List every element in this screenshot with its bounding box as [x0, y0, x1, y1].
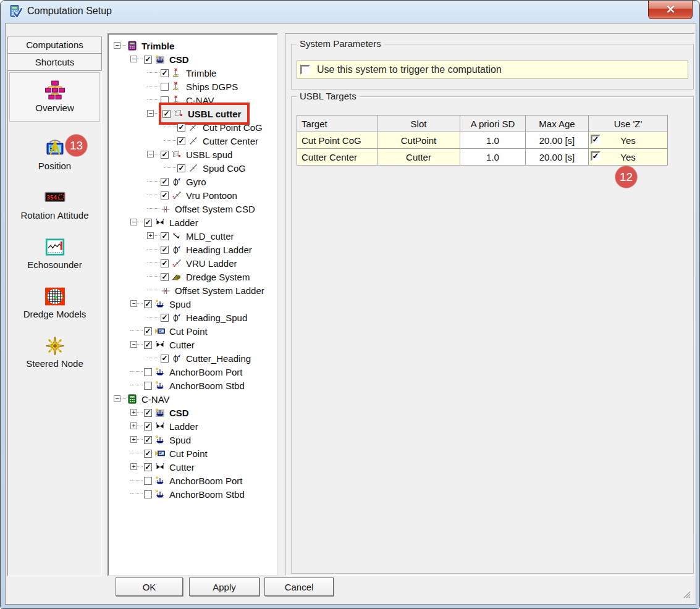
- collapse-toggle-icon[interactable]: −: [130, 341, 137, 348]
- sidebar-item-rotation-attitude[interactable]: 354..Rotation Attitude: [8, 187, 101, 220]
- tree-checkbox[interactable]: ✓: [161, 232, 169, 240]
- use-z-checkbox[interactable]: ✓: [591, 151, 601, 161]
- collapse-toggle-icon[interactable]: −: [130, 300, 137, 307]
- tree-checkbox[interactable]: ✓: [177, 137, 185, 145]
- tree-node-csd[interactable]: −✓CSD: [109, 52, 277, 66]
- expand-toggle-icon[interactable]: +: [130, 463, 137, 470]
- tree-checkbox[interactable]: ✓: [144, 56, 152, 64]
- tree-node-vru-pontoon[interactable]: ✓Vru Pontoon: [109, 188, 277, 202]
- column-header-use-z[interactable]: Use 'Z': [589, 116, 668, 132]
- tree-checkbox[interactable]: ✓: [144, 409, 152, 417]
- tree-node-anchorboom-stbd[interactable]: AnchorBoom Stbd: [109, 487, 277, 501]
- tree-checkbox[interactable]: ✓: [161, 178, 169, 186]
- tab-computations[interactable]: Computations: [7, 36, 102, 54]
- tree-node-cut-point[interactable]: ✓Cut Point: [109, 447, 277, 460]
- use-z-checkbox[interactable]: ✓: [591, 135, 601, 145]
- tree-checkbox[interactable]: ✓: [144, 300, 152, 308]
- column-header-max-age[interactable]: Max Age: [526, 116, 589, 132]
- a-priori-sd-cell[interactable]: 1.0: [460, 149, 526, 166]
- tree-node-usbl-cutter[interactable]: −✓USBL cutter: [109, 107, 277, 120]
- target-row-cut-point-cog[interactable]: Cut Point CoGCutPoint1.020.00 [s]✓Yes: [297, 132, 668, 149]
- max-age-cell[interactable]: 20.00 [s]: [526, 149, 589, 166]
- tree-checkbox[interactable]: ✓: [161, 246, 169, 254]
- tree-checkbox[interactable]: ✓: [161, 191, 169, 200]
- tree-checkbox[interactable]: [161, 83, 169, 91]
- expand-toggle-icon[interactable]: +: [130, 409, 137, 416]
- close-button[interactable]: [648, 1, 693, 19]
- sidebar-item-dredge-models[interactable]: Dredge Models: [8, 286, 101, 319]
- tree-checkbox[interactable]: ✓: [161, 69, 169, 77]
- cancel-button[interactable]: Cancel: [264, 578, 334, 596]
- tree-node-cut-point[interactable]: ✓Cut Point: [109, 324, 277, 338]
- sidebar-item-position[interactable]: Position13: [8, 138, 101, 171]
- apply-button[interactable]: Apply: [189, 578, 259, 596]
- tree-node-ladder[interactable]: +✓Ladder: [109, 419, 277, 433]
- tree-checkbox[interactable]: ✓: [161, 151, 169, 159]
- column-header-a-priori-sd[interactable]: A priori SD: [460, 116, 526, 132]
- tree-node-usbl-spud[interactable]: −✓USBL spud: [109, 148, 277, 161]
- resize-grip-icon[interactable]: [681, 589, 691, 599]
- tree-checkbox[interactable]: [144, 382, 152, 390]
- tree-checkbox[interactable]: ✓: [161, 259, 169, 267]
- tree-checkbox[interactable]: ✓: [161, 355, 169, 363]
- sidebar-item-echosounder[interactable]: Echosounder: [8, 237, 101, 270]
- collapse-toggle-icon[interactable]: −: [114, 42, 120, 49]
- tab-shortcuts[interactable]: Shortcuts: [7, 53, 102, 71]
- tree-checkbox[interactable]: ✓: [162, 110, 171, 118]
- tree-checkbox[interactable]: [144, 477, 152, 485]
- sidebar-item-overview[interactable]: Overview: [9, 72, 100, 122]
- column-header-target[interactable]: Target: [297, 116, 377, 132]
- tree-node-anchorboom-stbd[interactable]: AnchorBoom Stbd: [109, 379, 277, 392]
- max-age-cell[interactable]: 20.00 [s]: [526, 132, 589, 149]
- tree-checkbox[interactable]: ✓: [177, 164, 185, 172]
- tree-node-offset-system-csd[interactable]: Offset System CSD: [109, 202, 277, 216]
- tree-node-spud[interactable]: +✓Spud: [109, 433, 277, 447]
- expand-toggle-icon[interactable]: +: [147, 232, 154, 239]
- sidebar-item-steered-node[interactable]: Steered Node: [8, 335, 101, 369]
- titlebar[interactable]: Computation Setup: [1, 1, 699, 23]
- tree-node-trimble[interactable]: −Trimble: [109, 39, 277, 52]
- tree-node-csd[interactable]: +✓CSD: [109, 406, 277, 419]
- column-header-slot[interactable]: Slot: [377, 116, 460, 132]
- tree-node-vru-ladder[interactable]: ✓VRU Ladder: [109, 256, 277, 270]
- tree-node-ladder[interactable]: −✓Ladder: [109, 216, 277, 229]
- tree-node-gyro[interactable]: ✓Gyro: [109, 175, 277, 188]
- usbl-targets-table[interactable]: TargetSlotA priori SDMax AgeUse 'Z'Cut P…: [297, 115, 668, 166]
- ok-button[interactable]: OK: [116, 578, 183, 596]
- tree-node-ships-dgps[interactable]: Ships DGPS: [109, 80, 277, 93]
- tree-node-anchorboom-port[interactable]: AnchorBoom Port: [109, 474, 277, 487]
- expand-toggle-icon[interactable]: +: [130, 422, 137, 429]
- tree-checkbox[interactable]: ✓: [161, 273, 169, 281]
- tree-checkbox[interactable]: ✓: [144, 436, 152, 444]
- tree-checkbox[interactable]: [144, 368, 152, 376]
- collapse-toggle-icon[interactable]: −: [114, 395, 120, 402]
- target-row-cutter-center[interactable]: Cutter CenterCutter1.020.00 [s]✓Yes: [297, 149, 668, 166]
- tree-checkbox[interactable]: ✓: [144, 422, 152, 430]
- tree-node-offset-system-ladder[interactable]: Offset System Ladder: [109, 284, 277, 297]
- tree-checkbox[interactable]: [144, 490, 152, 498]
- expand-toggle-icon[interactable]: +: [130, 436, 137, 443]
- tree-node-cutter[interactable]: −✓Cutter: [109, 338, 277, 351]
- tree-node-spud[interactable]: −✓Spud: [109, 297, 277, 311]
- tree-node-spud-cog[interactable]: ✓Spud CoG: [109, 161, 277, 175]
- tree-node-cutter-heading[interactable]: ✓Cutter_Heading: [109, 351, 277, 365]
- tree-node-heading-ladder[interactable]: ✓Heading Ladder: [109, 243, 277, 256]
- collapse-toggle-icon[interactable]: −: [130, 56, 137, 62]
- tree-checkbox[interactable]: ✓: [144, 327, 152, 335]
- systems-tree[interactable]: −Trimble−✓CSD✓TrimbleShips DGPSC-NAV−✓US…: [108, 33, 278, 576]
- tree-checkbox[interactable]: ✓: [144, 450, 152, 458]
- tree-checkbox[interactable]: ✓: [161, 314, 169, 322]
- tree-node-cut-point-cog[interactable]: ✓Cut Point CoG: [109, 120, 277, 134]
- trigger-checkbox[interactable]: [300, 65, 310, 75]
- tree-node-mld-cutter[interactable]: +✓MLD_cutter: [109, 229, 277, 243]
- collapse-toggle-icon[interactable]: −: [147, 110, 154, 117]
- tree-node-dredge-system[interactable]: ✓Dredge System: [109, 270, 277, 284]
- tree-checkbox[interactable]: ✓: [144, 463, 152, 471]
- tree-node-cutter-center[interactable]: ✓Cutter Center: [109, 134, 277, 148]
- tree-node-trimble[interactable]: ✓Trimble: [109, 66, 277, 80]
- tree-node-c-nav[interactable]: −C-NAV: [109, 392, 277, 406]
- collapse-toggle-icon[interactable]: −: [147, 151, 154, 158]
- tree-node-anchorboom-port[interactable]: AnchorBoom Port: [109, 365, 277, 379]
- tree-checkbox[interactable]: ✓: [144, 341, 152, 349]
- collapse-toggle-icon[interactable]: −: [130, 219, 137, 225]
